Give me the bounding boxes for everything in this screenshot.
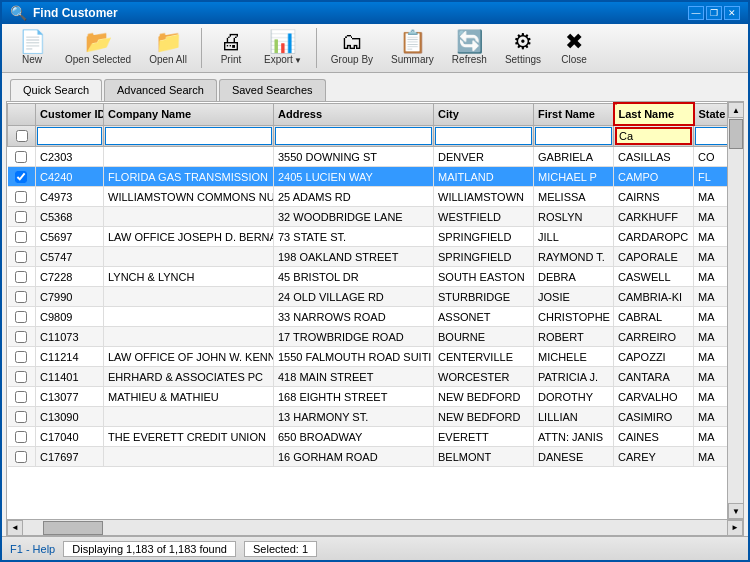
scroll-thumb-v[interactable] xyxy=(729,119,743,149)
table-row[interactable]: C5747 198 OAKLAND STREET SPRINGFIELD RAY… xyxy=(8,247,728,267)
table-row[interactable]: C5697 LAW OFFICE JOSEPH D. BERNA 73 STAT… xyxy=(8,227,728,247)
header-state[interactable]: State xyxy=(694,103,728,125)
table-row[interactable]: C11401 EHRHARD & ASSOCIATES PC 418 MAIN … xyxy=(8,367,728,387)
row-first-name: RAYMOND T. xyxy=(534,247,614,267)
scroll-up-button[interactable]: ▲ xyxy=(728,102,743,118)
header-last-name[interactable]: Last Name xyxy=(614,103,694,125)
row-last-name: CABRAL xyxy=(614,307,694,327)
table-row[interactable]: C11073 17 TROWBRIDGE ROAD BOURNE ROBERT … xyxy=(8,327,728,347)
filter-first-name[interactable] xyxy=(535,127,612,145)
table-row[interactable]: C17040 THE EVERETT CREDIT UNION 650 BROA… xyxy=(8,427,728,447)
display-count: Displaying 1,183 of 1,183 found xyxy=(63,541,236,557)
row-checkbox[interactable] xyxy=(15,171,27,183)
row-checkbox[interactable] xyxy=(15,451,27,463)
header-first-name[interactable]: First Name xyxy=(534,103,614,125)
horizontal-scrollbar[interactable]: ◄ ► xyxy=(7,519,743,535)
table-row[interactable]: C2303 3550 DOWNING ST DENVER GABRIELA CA… xyxy=(8,147,728,167)
restore-button[interactable]: ❐ xyxy=(706,6,722,20)
row-company-name xyxy=(104,327,274,347)
table-row[interactable]: C4973 WILLIAMSTOWN COMMONS NUI 25 ADAMS … xyxy=(8,187,728,207)
tab-advanced-search[interactable]: Advanced Search xyxy=(104,79,217,101)
row-first-name: DOROTHY xyxy=(534,387,614,407)
row-checkbox[interactable] xyxy=(15,191,27,203)
row-first-name: CHRISTOPHE xyxy=(534,307,614,327)
scroll-right-button[interactable]: ► xyxy=(727,520,743,536)
tab-saved-searches[interactable]: Saved Searches xyxy=(219,79,326,101)
row-checkbox[interactable] xyxy=(15,351,27,363)
row-checkbox[interactable] xyxy=(15,311,27,323)
status-bar: F1 - Help Displaying 1,183 of 1,183 foun… xyxy=(2,536,748,560)
row-checkbox[interactable] xyxy=(15,291,27,303)
row-customer-id: C17040 xyxy=(36,427,104,447)
filter-city[interactable] xyxy=(435,127,532,145)
group-by-button[interactable]: 🗂 Group By xyxy=(324,28,380,68)
scroll-down-button[interactable]: ▼ xyxy=(728,503,743,519)
refresh-label: Refresh xyxy=(452,54,487,65)
table-row[interactable]: C13090 13 HARMONY ST. NEW BEDFORD LILLIA… xyxy=(8,407,728,427)
scroll-left-button[interactable]: ◄ xyxy=(7,520,23,536)
tab-quick-search[interactable]: Quick Search xyxy=(10,79,102,101)
row-checkbox[interactable] xyxy=(15,331,27,343)
row-state: MA xyxy=(694,447,728,467)
table-row[interactable]: C4240 FLORIDA GAS TRANSMISSION 2405 LUCI… xyxy=(8,167,728,187)
scroll-track-v[interactable] xyxy=(728,118,743,503)
row-checkbox[interactable] xyxy=(15,271,27,283)
export-button[interactable]: 📊 Export▼ xyxy=(257,28,309,68)
scroll-thumb-h[interactable] xyxy=(43,521,103,535)
header-company-name[interactable]: Company Name xyxy=(104,103,274,125)
row-city: EVERETT xyxy=(434,427,534,447)
filter-state[interactable] xyxy=(695,127,727,145)
filter-address[interactable] xyxy=(275,127,432,145)
row-check-cell xyxy=(8,247,36,267)
header-city[interactable]: City xyxy=(434,103,534,125)
header-customer-id[interactable]: Customer ID xyxy=(36,103,104,125)
row-checkbox[interactable] xyxy=(15,411,27,423)
row-checkbox[interactable] xyxy=(15,391,27,403)
row-company-name: EHRHARD & ASSOCIATES PC xyxy=(104,367,274,387)
new-button[interactable]: 📄 New xyxy=(10,28,54,68)
filter-company-name[interactable] xyxy=(105,127,272,145)
row-checkbox[interactable] xyxy=(15,211,27,223)
filter-checkbox[interactable] xyxy=(16,130,28,142)
row-address: 418 MAIN STREET xyxy=(274,367,434,387)
minimize-button[interactable]: — xyxy=(688,6,704,20)
scroll-track-h[interactable] xyxy=(23,520,727,536)
open-selected-button[interactable]: 📂 Open Selected xyxy=(58,28,138,68)
row-checkbox[interactable] xyxy=(15,151,27,163)
title-controls: — ❐ ✕ xyxy=(688,6,740,20)
vertical-scrollbar[interactable]: ▲ ▼ xyxy=(727,102,743,519)
row-first-name: DEBRA xyxy=(534,267,614,287)
header-address[interactable]: Address xyxy=(274,103,434,125)
row-state: MA xyxy=(694,187,728,207)
filter-state-cell xyxy=(694,125,728,147)
open-all-label: Open All xyxy=(149,54,187,65)
table-body: C2303 3550 DOWNING ST DENVER GABRIELA CA… xyxy=(8,147,728,467)
filter-customer-id[interactable] xyxy=(37,127,102,145)
row-checkbox[interactable] xyxy=(15,431,27,443)
row-customer-id: C7228 xyxy=(36,267,104,287)
open-all-button[interactable]: 📁 Open All xyxy=(142,28,194,68)
print-button[interactable]: 🖨 Print xyxy=(209,28,253,68)
table-row[interactable]: C7990 24 OLD VILLAGE RD STURBRIDGE JOSIE… xyxy=(8,287,728,307)
table-row[interactable]: C13077 MATHIEU & MATHIEU 168 EIGHTH STRE… xyxy=(8,387,728,407)
table-row[interactable]: C9809 33 NARROWS ROAD ASSONET CHRISTOPHE… xyxy=(8,307,728,327)
row-state: MA xyxy=(694,387,728,407)
row-company-name xyxy=(104,247,274,267)
summary-button[interactable]: 📋 Summary xyxy=(384,28,441,68)
filter-last-name[interactable] xyxy=(615,127,692,145)
filter-row xyxy=(8,125,728,147)
refresh-button[interactable]: 🔄 Refresh xyxy=(445,28,494,68)
close-button[interactable]: ✖ Close xyxy=(552,28,596,68)
row-checkbox[interactable] xyxy=(15,231,27,243)
table-row[interactable]: C17697 16 GORHAM ROAD BELMONT DANESE CAR… xyxy=(8,447,728,467)
row-address: 25 ADAMS RD xyxy=(274,187,434,207)
close-window-button[interactable]: ✕ xyxy=(724,6,740,20)
row-checkbox[interactable] xyxy=(15,251,27,263)
table-row[interactable]: C7228 LYNCH & LYNCH 45 BRISTOL DR SOUTH … xyxy=(8,267,728,287)
row-company-name: THE EVERETT CREDIT UNION xyxy=(104,427,274,447)
table-row[interactable]: C11214 LAW OFFICE OF JOHN W. KENN 1550 F… xyxy=(8,347,728,367)
settings-button[interactable]: ⚙ Settings xyxy=(498,28,548,68)
row-city: WILLIAMSTOWN xyxy=(434,187,534,207)
row-checkbox[interactable] xyxy=(15,371,27,383)
table-row[interactable]: C5368 32 WOODBRIDGE LANE WESTFIELD ROSLY… xyxy=(8,207,728,227)
